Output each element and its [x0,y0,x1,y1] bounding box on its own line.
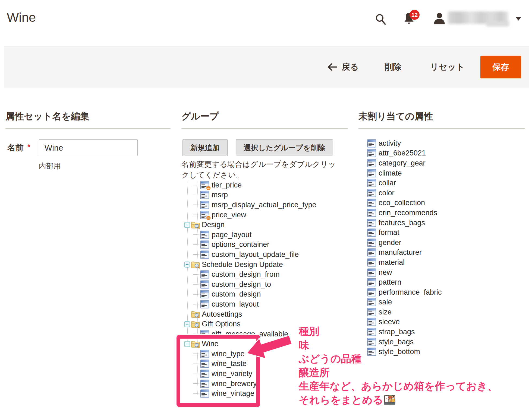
delete-button[interactable]: 削除 [385,46,401,88]
notification-bell-icon[interactable]: 12 [403,12,415,27]
attribute-icon [367,159,376,167]
unassigned-attribute-label: sale [379,298,392,306]
unassigned-attribute-label: climate [379,169,402,177]
tree-connector [193,294,200,295]
attribute-icon [367,139,376,148]
attribute-icon [367,169,376,177]
tree-node-label: Design [202,221,225,229]
back-button-label: 戻る [342,61,359,73]
unassigned-attribute[interactable]: format [358,228,525,238]
annotation-line: 味 [299,338,498,352]
unassigned-attribute[interactable]: size [358,307,525,317]
unassigned-attribute-label: color [379,189,395,197]
name-field-label: 名前* [7,142,30,153]
unassigned-attribute-label: manufacturer [379,248,422,257]
unassigned-attribute[interactable]: attr_6be25021 [358,148,525,158]
tree-node[interactable]: Autosettings [181,309,347,319]
attribute-icon [367,238,376,247]
page-title: Wine [7,10,36,25]
tree-connector [193,254,200,255]
unassigned-attribute-label: pattern [379,278,401,287]
tree-connector [193,304,200,304]
tree-connector [193,284,200,285]
tree-connector [193,185,200,185]
unassigned-attribute[interactable]: color [358,188,525,198]
unassigned-attribute[interactable]: climate [358,168,525,178]
unassigned-attribute-label: new [379,268,392,277]
folder-icon [191,260,200,269]
unassigned-attribute-label: activity [379,139,401,148]
collapse-toggle-icon[interactable] [184,262,190,268]
annotation-line: 醸造所 [299,366,498,380]
reset-button[interactable]: リセット [430,46,465,88]
tree-node[interactable]: price_view [181,210,347,220]
attribute-set-name-input[interactable] [39,139,138,156]
action-toolbar: 戻る 削除 リセット 保存 [4,46,529,88]
unassigned-attribute-label: format [379,228,399,237]
unassigned-attribute[interactable]: erin_recommends [358,208,525,218]
collapse-toggle-icon[interactable] [184,222,190,228]
tree-connector [193,334,200,334]
tree-node[interactable]: msrp [181,190,347,200]
collapse-toggle-icon[interactable] [184,321,190,327]
attribute-icon [367,199,376,207]
tree-node[interactable]: tier_price [181,180,347,190]
attribute-icon [200,280,209,289]
unassigned-attribute[interactable]: category_gear [358,158,525,168]
attribute-icon [367,248,376,257]
attribute-icon [200,270,209,279]
tree-node-label: tier_price [212,181,242,189]
attribute-icon [367,258,376,267]
unassigned-attribute-label: collar [379,179,396,187]
attribute-icon [200,181,209,189]
account-menu[interactable] [433,11,522,26]
tree-node[interactable]: Design [181,220,347,230]
unassigned-attribute-label: material [379,258,405,267]
unassigned-attribute[interactable]: material [358,257,525,268]
save-button[interactable]: 保存 [480,56,521,78]
tree-node-label: custom_design_from [212,270,280,279]
tree-connector [193,274,200,275]
unassigned-attribute[interactable]: collar [358,178,525,188]
unassigned-attribute[interactable]: new [358,268,525,278]
tree-node-label: Schedule Design Update [202,260,283,269]
tree-node[interactable]: page_layout [181,230,347,240]
tree-node[interactable]: custom_design [181,289,347,300]
tree-node[interactable]: options_container [181,240,347,250]
unassigned-attribute[interactable]: performance_fabric [358,287,525,297]
add-group-button[interactable]: 新規追加 [182,139,228,156]
search-icon[interactable] [375,13,387,27]
unassigned-attribute-label: eco_collection [379,199,425,207]
tree-connector [193,215,200,215]
annotation-line: 種別 [299,324,498,338]
annotation-line: ぶどうの品種 [299,352,498,366]
unassigned-attribute[interactable]: pattern [358,277,525,287]
unassigned-attribute[interactable]: eco_collection [358,198,525,208]
unassigned-attribute[interactable]: activity [358,138,525,148]
back-button[interactable]: 戻る [327,46,359,88]
tree-node-label: custom_design [212,290,261,298]
attribute-icon [200,240,209,249]
annotation-box [177,335,260,407]
unassigned-attribute[interactable]: features_bags [358,218,525,228]
tree-node[interactable]: custom_layout [181,299,347,309]
tree-connector [193,244,200,245]
unassigned-attribute-label: category_gear [379,159,426,167]
tree-node[interactable]: custom_design_to [181,279,347,289]
tree-node[interactable]: msrp_display_actual_price_type [181,200,347,210]
tree-node[interactable]: custom_layout_update_file [181,250,347,260]
unassigned-attribute[interactable]: sale [358,297,525,307]
delete-selected-group-button[interactable]: 選択したグループを削除 [236,139,333,156]
attribute-icon [200,290,209,298]
user-name-redacted-2 [486,21,509,27]
tree-node[interactable]: Schedule Design Update [181,260,347,270]
tree-node-label: custom_layout_update_file [212,250,299,259]
attribute-icon [367,268,376,277]
unassigned-attribute-label: gender [379,238,401,247]
groups-heading: グループ [181,110,219,123]
unassigned-attribute-label: features_bags [379,219,425,227]
tree-node-label: custom_design_to [212,280,271,289]
unassigned-attribute[interactable]: manufacturer [358,248,525,258]
unassigned-attribute[interactable]: gender [358,238,525,248]
tree-node[interactable]: custom_design_from [181,269,347,279]
